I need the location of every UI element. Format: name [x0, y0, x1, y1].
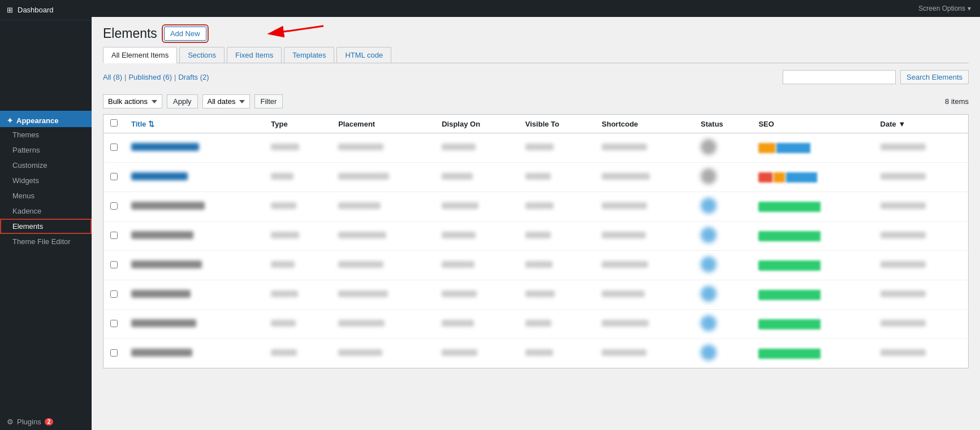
col-type: Type	[264, 115, 331, 133]
screen-options-label: Screen Options	[918, 5, 965, 12]
row-checkbox-cell	[103, 280, 125, 310]
row-visible-to	[519, 192, 595, 221]
row-title[interactable]	[124, 339, 264, 368]
sidebar-item-widgets[interactable]: Widgets	[0, 173, 92, 188]
sort-desc-icon: ▼	[898, 120, 905, 128]
row-display-on	[435, 221, 519, 251]
search-input[interactable]	[783, 70, 896, 84]
row-checkbox[interactable]	[110, 144, 118, 151]
row-placement	[331, 221, 435, 251]
filter-button[interactable]: Filter	[254, 94, 283, 108]
row-type	[264, 221, 331, 251]
search-bar: Search Elements	[783, 70, 969, 84]
tab-templates[interactable]: Templates	[284, 47, 334, 63]
col-title[interactable]: Title ⇅	[124, 115, 264, 133]
select-all-checkbox[interactable]	[110, 119, 118, 127]
sidebar-item-theme-file-editor[interactable]: Theme File Editor	[0, 234, 92, 249]
sidebar-item-themes[interactable]: Themes	[0, 127, 92, 142]
add-new-button[interactable]: Add New	[164, 27, 206, 41]
row-title[interactable]	[124, 163, 264, 192]
row-shortcode	[595, 133, 694, 163]
row-title[interactable]	[124, 280, 264, 310]
row-checkbox[interactable]	[110, 202, 118, 210]
row-display-on	[435, 280, 519, 310]
row-seo	[752, 280, 873, 310]
row-seo	[752, 339, 873, 368]
col-placement: Placement	[331, 115, 435, 133]
screen-options-button[interactable]: Screen Options ▾	[918, 5, 971, 12]
select-all-header[interactable]	[103, 115, 125, 133]
tab-sections[interactable]: Sections	[179, 47, 225, 63]
row-checkbox[interactable]	[110, 173, 118, 180]
row-title[interactable]	[124, 310, 264, 339]
row-visible-to	[519, 133, 595, 163]
row-checkbox[interactable]	[110, 320, 118, 327]
row-checkbox[interactable]	[110, 261, 118, 268]
row-checkbox-cell	[103, 163, 125, 192]
sidebar-item-plugins[interactable]: ⚙ Plugins 2	[0, 414, 92, 430]
tab-all-element-items[interactable]: All Element Items	[103, 47, 177, 63]
sidebar-item-patterns[interactable]: Patterns	[0, 142, 92, 158]
plugins-badge: 2	[45, 418, 54, 425]
row-placement	[331, 192, 435, 221]
row-shortcode	[595, 251, 694, 280]
action-bar: Bulk actions Apply All dates Filter 8 it…	[103, 94, 969, 108]
row-display-on	[435, 251, 519, 280]
row-title[interactable]	[124, 133, 264, 163]
plugins-icon: ⚙	[7, 418, 14, 426]
sidebar-dashboard[interactable]: ⊞ Dashboard	[0, 0, 92, 20]
dashboard-icon: ⊞	[7, 6, 13, 14]
dashboard-label: Dashboard	[18, 6, 54, 14]
appearance-group-header[interactable]: ✦ Appearance	[0, 111, 92, 127]
sidebar-item-menus[interactable]: Menus	[0, 188, 92, 203]
plugins-label: Plugins	[17, 418, 41, 426]
row-seo	[752, 192, 873, 221]
row-status	[694, 310, 752, 339]
screen-options-chevron-icon: ▾	[968, 5, 971, 12]
row-checkbox-cell	[103, 339, 125, 368]
row-date	[874, 310, 969, 339]
row-shortcode	[595, 310, 694, 339]
row-title[interactable]	[124, 251, 264, 280]
row-placement	[331, 251, 435, 280]
table-row	[103, 163, 969, 192]
sidebar-item-elements[interactable]: Elements	[0, 219, 92, 234]
col-shortcode: Shortcode	[595, 115, 694, 133]
col-date[interactable]: Date ▼	[874, 115, 969, 133]
row-date	[874, 280, 969, 310]
tab-fixed-items[interactable]: Fixed Items	[227, 47, 282, 63]
top-bar: Screen Options ▾	[92, 0, 980, 17]
row-type	[264, 339, 331, 368]
row-checkbox-cell	[103, 221, 125, 251]
row-checkbox[interactable]	[110, 349, 118, 357]
filter-search-row: All (8) | Published (6) | Drafts (2) Sea…	[103, 70, 969, 90]
tabs-bar: All Element Items Sections Fixed Items T…	[103, 47, 969, 63]
row-title[interactable]	[124, 221, 264, 251]
row-checkbox[interactable]	[110, 232, 118, 239]
tab-html-code[interactable]: HTML code	[336, 47, 391, 63]
filter-links: All (8) | Published (6) | Drafts (2)	[103, 73, 209, 81]
row-date	[874, 192, 969, 221]
sidebar-item-customize[interactable]: Customize	[0, 158, 92, 173]
sidebar-item-kadence[interactable]: Kadence	[0, 203, 92, 219]
row-seo	[752, 133, 873, 163]
bulk-actions-select[interactable]: Bulk actions	[103, 94, 162, 108]
date-filter-select[interactable]: All dates	[202, 94, 250, 108]
row-type	[264, 310, 331, 339]
row-title[interactable]	[124, 192, 264, 221]
row-status	[694, 133, 752, 163]
row-seo	[752, 221, 873, 251]
row-shortcode	[595, 163, 694, 192]
filter-all[interactable]: All (8)	[103, 73, 122, 81]
apply-button[interactable]: Apply	[167, 94, 198, 108]
row-display-on	[435, 133, 519, 163]
row-checkbox[interactable]	[110, 290, 118, 298]
filter-published[interactable]: Published (6)	[128, 73, 172, 81]
elements-table: Title ⇅ Type Placement Display On Visibl…	[103, 114, 969, 368]
items-count: 8 items	[945, 97, 969, 106]
filter-drafts[interactable]: Drafts (2)	[178, 73, 209, 81]
search-button[interactable]: Search Elements	[900, 70, 969, 84]
appearance-label: Appearance	[16, 116, 58, 125]
col-display-on: Display On	[435, 115, 519, 133]
row-seo	[752, 251, 873, 280]
